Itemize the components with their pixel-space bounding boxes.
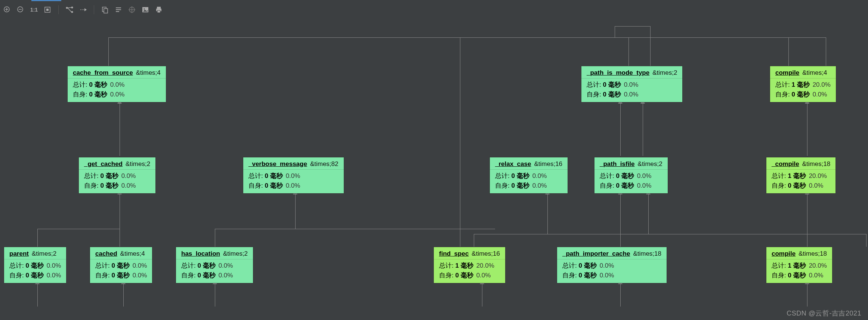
svg-marker-13 <box>84 8 87 11</box>
graph-edge <box>807 104 807 156</box>
graph-edge <box>37 229 120 229</box>
print-icon[interactable] <box>155 6 163 14</box>
node-compile-bot[interactable]: compile&times;18 总计: 1 毫秒20.0% 自身: 0 毫秒0… <box>766 247 833 283</box>
graph-edge <box>620 284 621 307</box>
watermark: CSDN @云哲-吉吉2021 <box>787 309 861 318</box>
graph-edge <box>123 284 124 307</box>
graph-edge <box>482 284 482 307</box>
graph-edge <box>643 104 643 156</box>
toolbar-separator <box>58 5 59 14</box>
graph-edge <box>650 26 651 67</box>
zoom-fit-icon[interactable] <box>43 6 52 14</box>
node-parent[interactable]: parent&times;2 总计: 0 毫秒0.0% 自身: 0 毫秒0.0% <box>4 247 67 283</box>
graph-edge <box>620 194 621 247</box>
zoom-actual-icon[interactable]: 1:1 <box>30 6 38 14</box>
node-verbose-message[interactable]: _verbose_message&times;82 总计: 0 毫秒0.0% 自… <box>243 157 344 194</box>
graph-edge <box>866 234 867 247</box>
svg-point-7 <box>66 7 68 9</box>
graph-edge <box>547 194 548 234</box>
graph-edge <box>215 229 495 229</box>
graph-edge <box>295 194 296 229</box>
graph-edge <box>628 37 629 67</box>
graph-edge <box>37 284 38 307</box>
graph-edge <box>108 37 109 67</box>
zoom-out-icon[interactable] <box>16 6 25 14</box>
svg-line-11 <box>68 8 71 12</box>
graph-edge <box>788 37 789 67</box>
graph-edge <box>648 194 649 234</box>
svg-point-9 <box>71 11 73 13</box>
node-get-cached[interactable]: _get_cached&times;2 总计: 0 毫秒0.0% 自身: 0 毫… <box>78 157 156 194</box>
graph-edge <box>108 37 826 38</box>
svg-rect-25 <box>157 7 161 9</box>
graph-edge <box>215 229 215 247</box>
copy-icon[interactable] <box>101 6 109 14</box>
call-graph-canvas[interactable]: cache_from_source&times;4 总计: 0 毫秒0.0% 自… <box>0 19 868 320</box>
toolbar: 1:1 <box>3 4 163 16</box>
target-icon[interactable] <box>128 6 136 14</box>
svg-rect-15 <box>104 9 108 13</box>
node-path-importer-cache[interactable]: _path_importer_cache&times;18 总计: 0 毫秒0.… <box>557 247 667 283</box>
graph-edge <box>807 284 807 307</box>
node-relax-case[interactable]: _relax_case&times;16 总计: 0 毫秒0.0% 自身: 0 … <box>489 157 568 194</box>
node-cache-from-source[interactable]: cache_from_source&times;4 总计: 0 毫秒0.0% 自… <box>67 66 166 102</box>
svg-rect-27 <box>157 10 160 13</box>
graph-icon[interactable] <box>65 6 74 14</box>
graph-edge <box>37 229 38 247</box>
svg-point-23 <box>144 9 145 10</box>
svg-rect-6 <box>46 9 49 11</box>
graph-edge <box>120 104 120 156</box>
node-path-is-mode-type[interactable]: _path_is_mode_type&times;2 总计: 0 毫秒0.0% … <box>581 66 683 102</box>
image-icon[interactable] <box>141 6 149 14</box>
list-icon[interactable] <box>114 6 123 14</box>
node-compile-top[interactable]: compile&times;4 总计: 1 毫秒20.0% 自身: 0 毫秒0.… <box>770 66 836 102</box>
zoom-in-icon[interactable] <box>3 6 11 14</box>
forward-icon[interactable] <box>79 6 87 14</box>
svg-line-10 <box>68 7 71 8</box>
graph-edge <box>620 104 621 156</box>
node-path-isfile[interactable]: _path_isfile&times;2 总计: 0 毫秒0.0% 自身: 0 … <box>594 157 668 194</box>
graph-edge <box>474 234 474 247</box>
graph-edge <box>807 194 807 247</box>
node-has-location[interactable]: has_location&times;2 总计: 0 毫秒0.0% 自身: 0 … <box>176 247 253 283</box>
graph-edge <box>615 26 650 27</box>
toolbar-separator <box>94 5 94 14</box>
graph-edge <box>826 37 826 67</box>
graph-edge <box>215 284 215 307</box>
graph-edge <box>120 194 120 247</box>
node-compile-mid[interactable]: _compile&times;18 总计: 1 毫秒20.0% 自身: 0 毫秒… <box>766 157 836 194</box>
tab-highlight <box>31 0 61 1</box>
graph-edge <box>615 26 615 37</box>
svg-point-8 <box>71 7 73 9</box>
graph-edge <box>460 37 460 247</box>
node-cached[interactable]: cached&times;4 总计: 0 毫秒0.0% 自身: 0 毫秒0.0% <box>90 247 152 283</box>
node-find-spec[interactable]: find_spec&times;16 总计: 1 毫秒20.0% 自身: 0 毫… <box>433 247 506 283</box>
